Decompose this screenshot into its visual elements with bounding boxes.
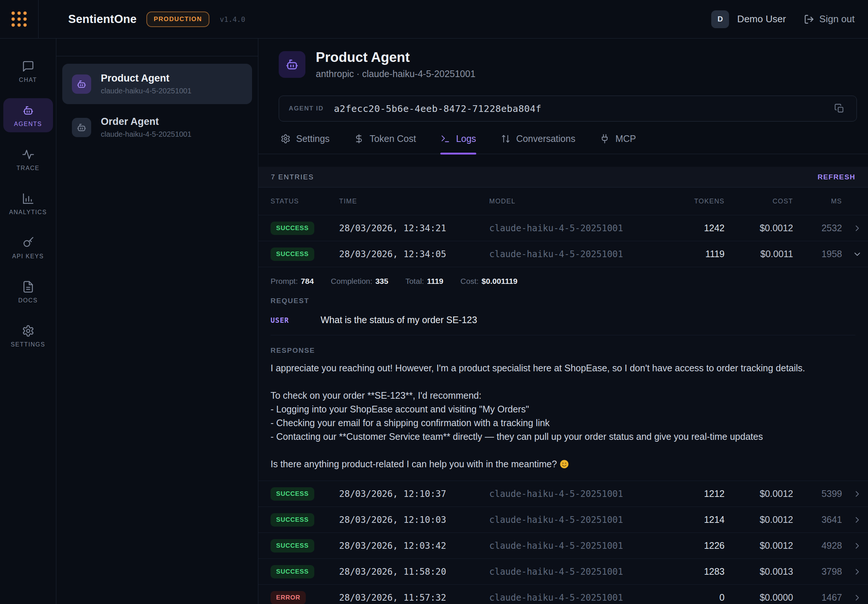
chevron-right-icon [852, 541, 862, 551]
agent-icon-box [72, 74, 91, 94]
tab-logs[interactable]: Logs [440, 133, 476, 154]
logs-column-header: STATUSTIMEMODELTOKENSCOSTMS [258, 187, 868, 215]
sidebar-item-docs[interactable]: DOCS [3, 274, 53, 309]
chevron-cell [842, 541, 864, 551]
log-cost: $0.0013 [725, 566, 793, 577]
response-text: I appreciate you reaching out! However, … [271, 361, 856, 471]
status-cell: ERROR [271, 591, 339, 604]
chevron-right-icon [852, 593, 862, 602]
logs-toolbar: 7 ENTRIES REFRESH [258, 167, 868, 187]
tab-mcp[interactable]: MCP [600, 133, 636, 154]
chevron-cell [842, 249, 864, 259]
log-tokens: 1283 [667, 566, 725, 577]
log-cost: $0.0012 [725, 540, 793, 551]
log-tokens: 1214 [667, 514, 725, 525]
log-row[interactable]: SUCCESS28/03/2026, 12:34:05claude-haiku-… [258, 241, 868, 267]
status-cell: SUCCESS [271, 513, 339, 527]
log-row[interactable]: SUCCESS28/03/2026, 12:03:42claude-haiku-… [258, 533, 868, 558]
chevron-right-icon [852, 515, 862, 525]
detail-stat: Cost:$0.001119 [460, 277, 518, 286]
status-badge: SUCCESS [271, 565, 314, 578]
sidebar-item-label: TRACE [16, 165, 39, 172]
sidebar-item-api-keys[interactable]: API KEYS [3, 231, 53, 265]
tab-label: Settings [296, 133, 330, 144]
agent-list-item-product-agent[interactable]: Product Agentclaude-haiku-4-5-20251001 [62, 64, 252, 104]
log-row[interactable]: SUCCESS28/03/2026, 11:58:20claude-haiku-… [258, 558, 868, 584]
log-time: 28/03/2026, 12:34:21 [339, 223, 489, 234]
log-ms: 1958 [793, 249, 842, 259]
log-ms: 4928 [793, 540, 842, 551]
sign-out-button[interactable]: Sign out [804, 13, 855, 25]
dollar-icon [354, 134, 364, 144]
tab-settings[interactable]: Settings [281, 133, 330, 154]
logo-dots-icon [11, 11, 27, 27]
log-detail: Prompt:784Completion:335Total:1119Cost:$… [258, 267, 868, 481]
agent-list: Product Agentclaude-haiku-4-5-20251001Or… [56, 56, 258, 158]
user-message-row: USERWhat is the status of my order SE-12… [271, 314, 856, 335]
status-cell: SUCCESS [271, 565, 339, 578]
smiley-emoji-icon [559, 459, 569, 469]
sidebar-item-settings[interactable]: SETTINGS [3, 319, 53, 353]
agent-item-text: Order Agentclaude-haiku-4-5-20251001 [101, 116, 192, 139]
sidebar-item-trace[interactable]: TRACE [3, 142, 53, 177]
status-badge: SUCCESS [271, 487, 314, 500]
log-time: 28/03/2026, 12:10:37 [339, 489, 489, 499]
log-row[interactable]: SUCCESS28/03/2026, 12:10:37claude-haiku-… [258, 481, 868, 506]
refresh-button[interactable]: REFRESH [818, 173, 856, 181]
stat-value: 1119 [427, 277, 443, 285]
robot-icon [22, 104, 34, 117]
chevron-cell [842, 515, 864, 525]
sidebar-item-agents[interactable]: AGENTS [3, 98, 53, 132]
sign-out-label: Sign out [820, 13, 855, 25]
agent-list-item-order-agent[interactable]: Order Agentclaude-haiku-4-5-20251001 [62, 107, 252, 147]
log-out-icon [804, 14, 814, 25]
robot-icon [76, 79, 87, 90]
docs-icon [22, 280, 34, 293]
chevron-cell [842, 223, 864, 233]
log-time: 28/03/2026, 12:34:05 [339, 249, 489, 259]
detail-stats: Prompt:784Completion:335Total:1119Cost:$… [271, 277, 856, 286]
log-model: claude-haiku-4-5-20251001 [489, 249, 667, 259]
log-cost: $0.0000 [725, 592, 793, 603]
log-time: 28/03/2026, 12:10:03 [339, 515, 489, 525]
log-time: 28/03/2026, 11:57:32 [339, 593, 489, 603]
sidebar-item-label: CHAT [19, 77, 37, 84]
sidebar-item-chat[interactable]: CHAT [3, 54, 53, 88]
user-role-label: USER [271, 314, 321, 325]
sidebar-item-label: API KEYS [12, 253, 44, 260]
agent-id-box: AGENT ID a2fecc20-5b6e-4eeb-8472-71228eb… [279, 96, 857, 122]
status-cell: SUCCESS [271, 539, 339, 553]
chevron-right-icon [852, 489, 862, 499]
detail-stat: Completion:335 [331, 277, 388, 286]
sidebar-item-label: ANALYTICS [9, 209, 47, 216]
status-badge: ERROR [271, 591, 306, 604]
settings-icon [281, 134, 291, 144]
agent-list-header [56, 39, 258, 56]
stat-value: 335 [375, 277, 388, 285]
detail-stat: Prompt:784 [271, 277, 314, 286]
log-row[interactable]: SUCCESS28/03/2026, 12:10:03claude-haiku-… [258, 506, 868, 533]
sidebar-item-analytics[interactable]: ANALYTICS [3, 186, 53, 220]
log-model: claude-haiku-4-5-20251001 [489, 515, 667, 525]
agent-id-value: a2fecc20-5b6e-4eeb-8472-71228eba804f [334, 104, 541, 114]
log-ms: 1467 [793, 592, 842, 603]
log-model: claude-haiku-4-5-20251001 [489, 223, 667, 234]
log-row[interactable]: ERROR28/03/2026, 11:57:32claude-haiku-4-… [258, 584, 868, 604]
agent-icon-box [72, 118, 91, 137]
robot-icon [76, 122, 87, 133]
response-label: RESPONSE [271, 347, 856, 355]
log-row[interactable]: SUCCESS28/03/2026, 12:34:21claude-haiku-… [258, 215, 868, 241]
tab-conversations[interactable]: Conversations [501, 133, 575, 154]
app-logo [0, 0, 39, 38]
settings-icon [22, 325, 34, 337]
tab-token-cost[interactable]: Token Cost [354, 133, 416, 154]
app-header: SentientOne PRODUCTION v1.4.0 D Demo Use… [0, 0, 868, 39]
copy-icon [834, 104, 845, 114]
stat-value: $0.001119 [481, 277, 518, 285]
chevron-cell [842, 567, 864, 576]
tab-label: Token Cost [369, 133, 416, 144]
stat-label: Completion: [331, 277, 372, 285]
agent-id-label: AGENT ID [289, 105, 324, 112]
copy-agent-id-button[interactable] [832, 101, 847, 116]
tab-label: MCP [615, 133, 636, 144]
